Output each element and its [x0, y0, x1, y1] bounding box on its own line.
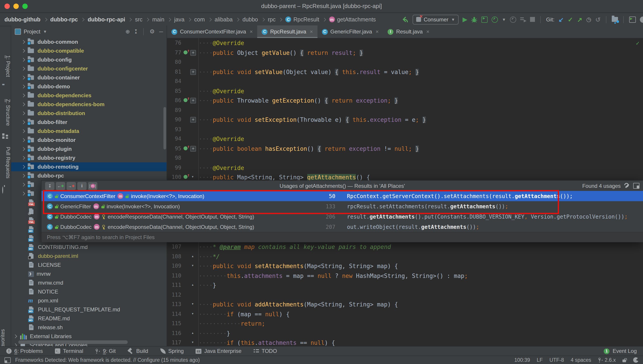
toolwindow-button-terminal[interactable]: ›_Terminal [55, 348, 83, 354]
tree-row[interactable]: dubbo-remoting [11, 162, 167, 171]
run-button[interactable]: ▶ [463, 16, 467, 22]
breadcrumb-item[interactable]: main [152, 16, 164, 22]
tree-row[interactable]: dubbo-config [11, 55, 167, 64]
tree-row[interactable]: release.sh [11, 323, 167, 332]
event-log-button[interactable]: 1 Event Log [604, 348, 637, 354]
tree-row[interactable]: dubbo-metadata [11, 127, 167, 136]
fold-marker-icon[interactable]: ▴ [190, 282, 195, 287]
toolwindow-button-todo[interactable]: TODO [254, 348, 277, 354]
chevron-right-icon[interactable] [22, 156, 25, 160]
fold-marker-icon[interactable]: + [190, 50, 196, 56]
tab-rpcresult-java[interactable]: CRpcResult.java× [257, 26, 317, 38]
tree-row[interactable]: MDREADME.md [11, 314, 167, 323]
chevron-right-icon[interactable] [22, 40, 25, 44]
git-push-button[interactable]: ↗ [577, 16, 582, 22]
tree-row[interactable]: dubbo-container [11, 73, 167, 82]
toolwindow-button-spring[interactable]: Spring [160, 348, 184, 354]
tree-row[interactable]: dubbo-common [11, 38, 167, 46]
breadcrumb-item[interactable]: dubbo-rpc-api [88, 16, 125, 22]
gear-icon[interactable]: ⚙ [150, 28, 155, 35]
encoding-indicator[interactable]: UTF-8 [549, 357, 564, 363]
breadcrumb-item[interactable]: dubbo-rpc [50, 16, 78, 22]
toolwindow-button-build[interactable]: Build [128, 348, 148, 354]
tree-row[interactable]: dubbo-compatible [11, 46, 167, 55]
tree-row[interactable]: dubbo-dependencies [11, 91, 167, 100]
method-filter-button[interactable]: [m] [88, 182, 97, 190]
chevron-right-icon[interactable] [22, 102, 25, 106]
sidebar-stripe-favorites[interactable]: 2: Favorites [0, 327, 11, 346]
fold-marker-icon[interactable]: ▴ [190, 330, 195, 335]
git-update-button[interactable]: ↙ [558, 16, 563, 22]
tree-row[interactable]: dubbo-configcenter [11, 64, 167, 73]
profiler-button[interactable] [492, 16, 498, 22]
chevron-right-icon[interactable] [22, 58, 25, 62]
chevron-right-icon[interactable] [22, 138, 25, 142]
tree-row[interactable]: mvnw.cmd [11, 278, 167, 287]
indent-indicator[interactable]: 4 spaces [571, 357, 591, 363]
toolwindow-button-java-enterprise[interactable]: EEJava Enterprise [196, 348, 242, 354]
override-marker-icon[interactable] [184, 50, 188, 54]
chevron-right-icon[interactable] [22, 112, 25, 115]
fold-marker-icon[interactable]: + [190, 117, 196, 123]
breadcrumb-item[interactable]: CRpcResult [285, 16, 319, 22]
sidebar-stripe-pull-requests[interactable]: Pull Requests [0, 142, 11, 182]
tree-row[interactable]: MDPULL_REQUEST_TEMPLATE.md [11, 305, 167, 314]
fold-marker-icon[interactable]: ▴ [190, 254, 195, 258]
run-console-icon[interactable] [629, 16, 636, 22]
tool-window-toggle-icon[interactable] [5, 357, 11, 363]
sidebar-stripe-structure[interactable]: Z: Structure [0, 96, 11, 129]
chevron-right-icon[interactable] [22, 85, 25, 88]
fold-marker-icon[interactable]: ▾ [190, 302, 195, 306]
toolwindow-button-git-branch[interactable]: 9: Git [95, 348, 116, 354]
debug-button[interactable] [471, 16, 477, 22]
fold-marker-icon[interactable]: + [190, 69, 196, 75]
tree-row[interactable]: mvnw [11, 270, 167, 278]
inspection-ok-icon[interactable]: ✓ [636, 40, 639, 46]
breadcrumb-item[interactable]: java [174, 16, 184, 22]
chevron-right-icon[interactable] [22, 174, 25, 178]
tree-row[interactable]: dubbo-registry [11, 154, 167, 162]
line-ending-indicator[interactable]: LF [537, 357, 543, 363]
tab-result-java[interactable]: IResult.java× [383, 26, 434, 38]
git-commit-button[interactable]: ✓ [568, 16, 573, 22]
tree-row[interactable]: dubbo-monitor [11, 136, 167, 144]
chevron-down-icon[interactable]: ▼ [43, 29, 47, 34]
pull-requests-icon[interactable] [2, 186, 3, 194]
hide-panel-icon[interactable]: ─ [159, 28, 163, 34]
tree-row[interactable]: dubbo-filter [11, 118, 167, 127]
tree-vertical-scrollbar[interactable] [163, 107, 166, 150]
override-marker-icon[interactable] [184, 175, 188, 179]
chevron-right-icon[interactable] [22, 67, 25, 71]
sidebar-stripe-project[interactable]: 1: Project [0, 51, 11, 81]
usage-row[interactable]: CConsumerContextFilterminvoke(Invoker<?>… [42, 191, 643, 201]
chevron-right-icon[interactable] [22, 49, 25, 53]
usage-row[interactable]: CDubboCodecmencodeResponseData(Channel, … [42, 222, 643, 232]
tree-row[interactable]: dubbo-dependencies-bom [11, 100, 167, 109]
usage-row[interactable]: CDubboCodecmencodeResponseData(Channel, … [42, 212, 643, 222]
git-history-icon[interactable]: ◷ [586, 16, 591, 22]
fold-marker-icon[interactable]: ▾ [190, 174, 195, 179]
toolwindow-button-problems[interactable]: !6: Problems [6, 348, 43, 354]
locate-file-icon[interactable]: ⊕ [126, 28, 130, 34]
status-message[interactable]: Frameworks Detected: Web framework is de… [15, 357, 200, 363]
open-in-window-icon[interactable] [633, 183, 639, 189]
next-occurrence-button[interactable]: →◆ [67, 182, 76, 190]
highlighting-level-icon[interactable] [633, 357, 638, 363]
open-in-find-window-button[interactable]: ↧ [45, 182, 55, 190]
tree-row[interactable]: mpom.xml [11, 296, 167, 305]
fold-marker-icon[interactable]: + [190, 98, 196, 104]
close-tab-icon[interactable]: × [250, 28, 253, 35]
tab-consumercontextfilter-java[interactable]: CConsumerContextFilter.java× [167, 26, 257, 38]
fold-marker-icon[interactable]: ▾ [190, 263, 195, 268]
tree-row[interactable]: dubbo-distribution [11, 109, 167, 118]
breadcrumb-item[interactable]: dubbo [242, 16, 258, 22]
info-button[interactable]: i [77, 182, 87, 190]
chevron-right-icon[interactable] [22, 165, 25, 169]
override-marker-icon[interactable] [184, 146, 188, 150]
tree-row[interactable]: LICENSE [11, 260, 167, 270]
tree-row[interactable]: dubbo-demo [11, 82, 167, 91]
tree-row[interactable]: dubbo-rpc [11, 171, 167, 180]
tree-row[interactable]: dubbo-parent.iml [11, 252, 167, 260]
chevron-right-icon[interactable] [22, 76, 25, 80]
fold-marker-icon[interactable]: ▾ [190, 340, 195, 345]
